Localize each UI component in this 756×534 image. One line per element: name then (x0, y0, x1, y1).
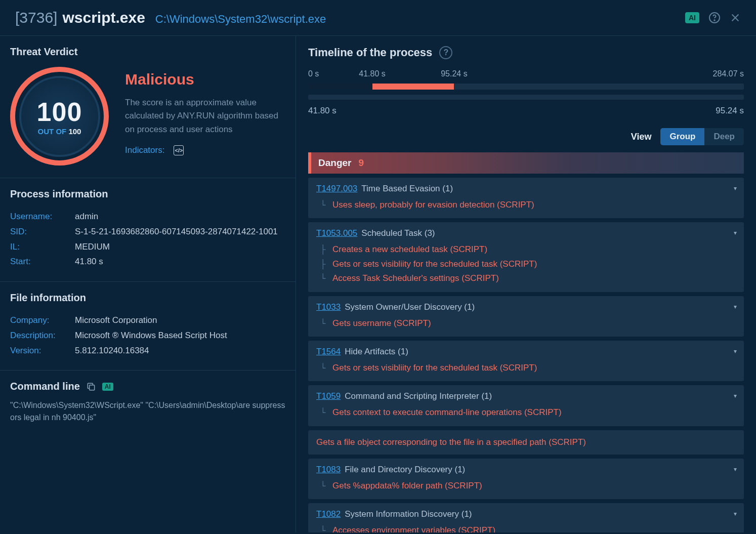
code-icon[interactable]: </> (174, 145, 184, 155)
header-title: [3736] wscript.exe C:\Windows\System32\w… (15, 9, 685, 26)
cmdline-header: Command line AI (10, 381, 285, 392)
timeline-range: 41.80 s 95.24 s (308, 106, 744, 116)
tree-elbow-icon: ├ (320, 244, 329, 255)
range-start: 41.80 s (308, 106, 337, 116)
technique-detail: └Uses sleep, probably for evasion detect… (316, 198, 736, 212)
technique-block[interactable]: T1053.005 Scheduled Task (3) ▾ ├Creates … (308, 222, 744, 292)
chevron-down-icon[interactable]: ▾ (734, 392, 737, 399)
help-icon[interactable]: ? (439, 46, 452, 59)
technique-name: File and Directory Discovery (1) (345, 465, 465, 475)
technique-block[interactable]: T1033 System Owner/User Discovery (1) ▾ … (308, 296, 744, 337)
close-icon[interactable] (730, 12, 741, 23)
technique-header: T1053.005 Scheduled Task (3) (316, 228, 736, 238)
file-info-section: File information Company:Microsoft Corpo… (0, 282, 296, 371)
technique-detail: └Gets %appdata% folder path (SCRIPT) (316, 479, 736, 493)
tree-elbow-icon: └ (320, 525, 329, 532)
technique-block[interactable]: T1497.003 Time Based Evasion (1) ▾ └Uses… (308, 178, 744, 218)
timeline-title: Timeline of the process (308, 46, 432, 59)
tick: 41.80 s (359, 69, 385, 78)
info-row: Username:admin (10, 209, 285, 224)
left-panel: Threat Verdict 100 OUT OF 100 Ma (0, 36, 296, 532)
ai-badge[interactable]: AI (685, 12, 699, 23)
tree-elbow-icon: └ (320, 481, 329, 491)
process-name: wscript.exe (62, 9, 145, 26)
technique-header: T1059 Command and Scripting Interpreter … (316, 391, 736, 401)
info-row: Version:5.812.10240.16384 (10, 343, 285, 358)
technique-block[interactable]: T1059 Command and Scripting Interpreter … (308, 385, 744, 426)
view-deep-option[interactable]: Deep (704, 128, 744, 145)
section-title: File information (10, 292, 285, 304)
info-row: Company:Microsoft Corporation (10, 313, 285, 328)
info-key: Start: (10, 254, 75, 269)
chevron-down-icon[interactable]: ▾ (734, 229, 737, 236)
tick: 284.07 s (713, 69, 744, 78)
technique-block[interactable]: T1564 Hide Artifacts (1) ▾ └Gets or sets… (308, 341, 744, 381)
tree-elbow-icon: └ (320, 200, 329, 210)
view-group-option[interactable]: Group (660, 128, 704, 145)
timeline-scrollbar[interactable] (308, 95, 744, 100)
copy-icon[interactable] (86, 382, 96, 392)
danger-label: Danger (318, 157, 351, 169)
ai-badge[interactable]: AI (102, 383, 113, 391)
tree-elbow-icon: └ (320, 273, 329, 283)
window-header: [3736] wscript.exe C:\Windows\System32\w… (0, 0, 756, 36)
technique-row[interactable]: Gets a file object corresponding to the … (308, 430, 744, 455)
technique-name: Command and Scripting Interpreter (1) (345, 391, 492, 401)
technique-id-link[interactable]: T1059 (316, 391, 341, 401)
info-value: admin (75, 209, 98, 224)
technique-block[interactable]: T1082 System Information Discovery (1) ▾… (308, 503, 744, 532)
technique-detail: ├Gets or sets visibliity for the schedul… (316, 257, 736, 271)
tick: 0 s (308, 69, 319, 78)
technique-name: Hide Artifacts (1) (345, 347, 408, 357)
info-row: Start:41.80 s (10, 254, 285, 269)
info-key: Username: (10, 209, 75, 224)
danger-count: 9 (358, 157, 364, 169)
section-title: Command line (10, 381, 80, 392)
info-key: SID: (10, 224, 75, 239)
technique-items: └Gets or sets visibliity for the schedul… (316, 361, 736, 375)
technique-items: ├Creates a new scheduled task (SCRIPT)├G… (316, 242, 736, 285)
technique-id-link[interactable]: T1083 (316, 465, 341, 475)
range-end: 95.24 s (716, 106, 744, 116)
technique-detail: └Gets context to execute command-line op… (316, 405, 736, 420)
technique-block[interactable]: T1083 File and Directory Discovery (1) ▾… (308, 459, 744, 499)
technique-id-link[interactable]: T1053.005 (316, 228, 357, 238)
info-value: MEDIUM (75, 239, 110, 255)
process-info-section: Process information Username:adminSID:S-… (0, 178, 296, 282)
chevron-down-icon[interactable]: ▾ (734, 185, 737, 192)
section-title: Threat Verdict (10, 46, 285, 58)
timeline-bar[interactable] (308, 84, 744, 90)
tree-elbow-icon: ├ (320, 259, 329, 269)
chevron-down-icon[interactable]: ▾ (734, 348, 737, 355)
chevron-down-icon[interactable]: ▾ (734, 510, 737, 517)
technique-id-link[interactable]: T1497.003 (316, 184, 357, 194)
info-key: Description: (10, 328, 75, 343)
help-icon[interactable] (708, 12, 721, 24)
score-subtext: OUT OF 100 (38, 127, 81, 136)
tree-elbow-icon: └ (320, 318, 329, 328)
process-pid: [3736] (15, 9, 57, 26)
cmdline-text: "C:\Windows\System32\WScript.exe" "C:\Us… (10, 399, 285, 424)
tree-elbow-icon: └ (320, 363, 329, 373)
technique-id-link[interactable]: T1033 (316, 302, 341, 312)
chevron-down-icon[interactable]: ▾ (734, 303, 737, 310)
indicators-row: Indicators: </> (125, 145, 285, 155)
technique-id-link[interactable]: T1082 (316, 509, 341, 519)
score-value: 100 (37, 97, 82, 127)
technique-detail: └Accesses environment variables (SCRIPT) (316, 523, 736, 532)
technique-id-link[interactable]: T1564 (316, 347, 341, 357)
verdict-label: Malicious (125, 71, 285, 88)
technique-detail: └Access Task Scheduler's settings (SCRIP… (316, 271, 736, 285)
section-title: Process information (10, 188, 285, 200)
technique-header: T1497.003 Time Based Evasion (1) (316, 184, 736, 194)
verdict-row: 100 OUT OF 100 Malicious The score is an… (10, 67, 285, 166)
verdict-text: Malicious The score is an approximate va… (125, 67, 285, 155)
technique-detail: └Gets username (SCRIPT) (316, 316, 736, 331)
score-gauge: 100 OUT OF 100 (10, 67, 109, 166)
timeline-header: Timeline of the process ? (308, 46, 744, 59)
svg-rect-2 (89, 385, 94, 390)
chevron-down-icon[interactable]: ▾ (734, 466, 737, 473)
view-toggle: Group Deep (660, 128, 744, 145)
threat-verdict-section: Threat Verdict 100 OUT OF 100 Ma (0, 36, 296, 178)
technique-name: System Information Discovery (1) (345, 509, 472, 519)
